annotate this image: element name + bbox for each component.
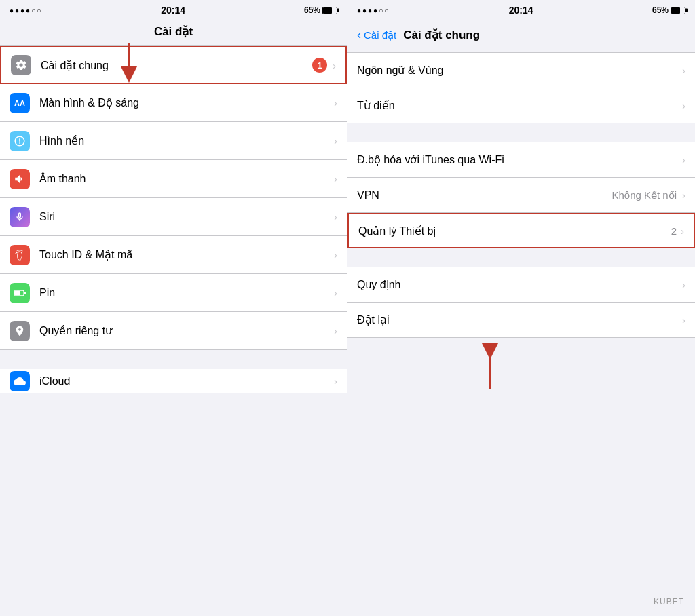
sidebar-item-pin[interactable]: Pin › [0,274,347,312]
icloud-icon [10,371,30,391]
chevron-right-icon: › [334,249,337,261]
left-time: 20:14 [161,5,185,16]
privacy-icon [10,321,30,341]
right-time: 20:14 [509,5,533,16]
sidebar-item-am-thanh[interactable]: Âm thanh › [0,160,347,198]
left-status-bar: ●●●●○○ 20:14 65% [0,0,347,19]
battery-settings-icon [10,283,30,303]
quan-ly-label: Quản lý Thiết bị [358,225,671,237]
touch-id-label: Touch ID & Mật mã [39,248,334,261]
right-item-vpn[interactable]: VPN Không Kết nối › [348,178,695,213]
sidebar-item-touch-id[interactable]: Touch ID & Mật mã › [0,236,347,274]
sidebar-item-quyen-rieng-tu[interactable]: Quyền riêng tư › [0,312,347,350]
right-item-tu-dien[interactable]: Từ điển › [348,88,695,123]
right-red-arrow [449,338,531,392]
sidebar-item-hinh-nen[interactable]: Hình nền › [0,122,347,160]
chevron-right-icon: › [682,189,685,201]
sound-icon [10,169,30,189]
chevron-right-icon: › [334,375,337,387]
fingerprint-icon [10,245,30,265]
svg-rect-3 [24,292,26,294]
chevron-right-icon: › [334,287,337,299]
chevron-right-icon: › [682,314,685,326]
pin-label: Pin [39,287,334,299]
sidebar-item-icloud[interactable]: iCloud › [0,369,347,393]
brightness-icon: AA [10,93,30,113]
siri-icon [10,207,30,227]
man-hinh-label: Màn hình & Độ sáng [39,96,334,109]
left-nav-title: Cài đặt [154,25,193,38]
battery-icon [322,7,337,14]
hinh-nen-label: Hình nền [39,134,334,147]
sidebar-item-man-hinh[interactable]: AA Màn hình & Độ sáng › [0,84,347,122]
right-status-bar: ●●●●○○ 20:14 65% [348,0,695,19]
left-nav-bar: Cài đặt [0,19,347,46]
chevron-right-icon: › [682,279,685,290]
right-item-quan-ly-thiet-bi[interactable]: Quản lý Thiết bị 2 › [348,213,695,248]
icloud-label: iCloud [39,375,334,387]
quyen-rieng-tu-label: Quyền riêng tư [39,324,334,337]
chevron-right-icon: › [682,100,685,111]
vpn-value: Không Kết nối [612,189,677,201]
right-section-divider [348,123,695,142]
right-nav-title: Cài đặt chung [403,28,480,42]
right-panel: ●●●●○○ 20:14 65% ‹ Cài đặt Cài đặt chung… [348,0,695,616]
chevron-right-icon: › [334,135,337,147]
chevron-right-icon: › [682,154,685,166]
right-settings-list: Ngôn ngữ & Vùng › Từ điển › Đ.bộ hóa với… [348,53,695,616]
right-item-ngon-ngu[interactable]: Ngôn ngữ & Vùng › [348,53,695,88]
chevron-right-icon: › [681,225,684,237]
gear-icon [11,55,31,75]
left-battery: 65% [304,5,337,15]
back-chevron-icon: ‹ [357,28,361,42]
am-thanh-label: Âm thanh [39,173,334,185]
dat-lai-label: Đặt lại [357,313,682,326]
vpn-label: VPN [357,189,612,201]
right-section-divider-2 [348,248,695,267]
right-item-dat-lai[interactable]: Đặt lại › [348,303,695,338]
ngon-ngu-label: Ngôn ngữ & Vùng [357,64,682,77]
right-item-dbohoa[interactable]: Đ.bộ hóa với iTunes qua Wi-Fi › [348,142,695,178]
right-battery: 65% [652,5,685,15]
sidebar-item-siri[interactable]: Siri › [0,198,347,236]
left-panel: ●●●●○○ 20:14 65% Cài đặt [0,0,348,616]
kubet-label: KUBET [654,597,684,607]
battery-pct: 65% [304,5,320,15]
chevron-right-icon: › [333,60,336,71]
svg-rect-2 [14,291,20,295]
back-button[interactable]: ‹ Cài đặt [357,28,396,42]
battery-fill [323,7,332,14]
wallpaper-icon [10,131,30,151]
quan-ly-badge: 2 [671,225,677,237]
section-divider [0,350,347,369]
chevron-right-icon: › [334,325,337,336]
cai-dat-chung-badge: 1 [312,58,327,73]
battery-icon [671,7,685,14]
left-settings-list: Cài đặt chung 1 › AA Màn hình & Độ sáng … [0,46,347,616]
chevron-right-icon: › [334,97,337,109]
chevron-right-icon: › [334,173,337,185]
back-label: Cài đặt [364,29,396,41]
battery-fill [671,7,680,14]
battery-pct: 65% [652,5,669,15]
dbohoa-label: Đ.bộ hóa với iTunes qua Wi-Fi [357,153,682,166]
chevron-right-icon: › [334,211,337,223]
siri-label: Siri [39,211,334,223]
sidebar-item-cai-dat-chung[interactable]: Cài đặt chung 1 › [0,46,347,84]
right-nav-bar: ‹ Cài đặt Cài đặt chung [348,19,695,53]
right-item-quy-dinh[interactable]: Quy định › [348,267,695,303]
signal-dots: ●●●●○○ [10,7,42,14]
cai-dat-chung-label: Cài đặt chung [41,59,312,72]
signal-dots: ●●●●○○ [357,7,390,14]
tu-dien-label: Từ điển [357,99,682,112]
chevron-right-icon: › [682,64,685,76]
right-arrow-area [348,338,695,392]
quy-dinh-label: Quy định [357,278,682,291]
